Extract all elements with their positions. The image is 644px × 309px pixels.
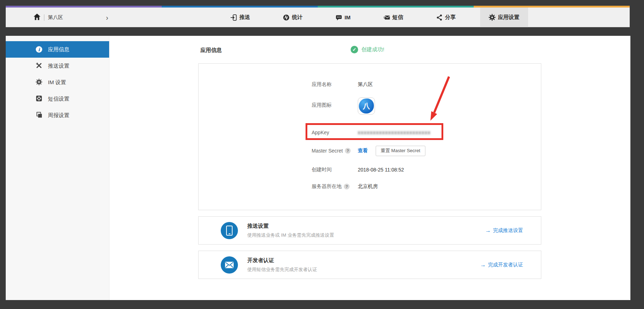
app-window: 第八区 › 推送 统计	[0, 0, 644, 309]
sidebar-item-sms-settings[interactable]: 短信设置	[6, 91, 109, 107]
sidebar-item-weekly-report-settings[interactable]: 周报设置	[6, 107, 109, 124]
tab-share[interactable]: 分享	[428, 8, 464, 27]
help-icon[interactable]: ?	[345, 148, 351, 154]
card-title: 开发者认证	[247, 257, 317, 264]
copy-icon	[36, 112, 42, 119]
im-chat-icon	[336, 14, 342, 21]
app-name-value: 第八区	[358, 81, 373, 88]
share-icon	[436, 14, 443, 21]
view-master-secret-link[interactable]: 查看	[358, 148, 368, 154]
sidebar: i 应用信息 推送设置	[6, 36, 109, 300]
app-icon-label: 应用图标	[312, 102, 332, 108]
top-navbar: 第八区 › 推送 统计	[6, 6, 630, 27]
breadcrumb-divider	[44, 14, 44, 21]
appkey-value-redacted: xxxxxxxxxxxxxxxxxxxxxxxx	[358, 130, 431, 135]
phone-icon	[221, 222, 238, 239]
app-name-label: 应用名称	[312, 81, 332, 88]
sidebar-item-label: IM 设置	[48, 79, 66, 86]
server-location-label: 服务器所在地 ?	[312, 183, 350, 190]
master-secret-label-text: Master Secret	[312, 148, 343, 154]
reset-master-secret-button[interactable]: 重置 Master Secret	[376, 146, 425, 156]
master-secret-label: Master Secret ?	[312, 148, 351, 154]
tab-label: 应用设置	[498, 14, 519, 21]
card-description: 使用推送业务或 IM 业务需先完成推送设置	[247, 232, 334, 238]
push-icon	[230, 14, 237, 21]
sidebar-item-label: 应用信息	[48, 46, 69, 53]
created-time-value: 2018-08-25 11:08:52	[358, 167, 404, 173]
tab-label: IM	[345, 14, 351, 20]
developer-verification-card: 开发者认证 使用短信业务需先完成开发者认证 → 完成开发者认证	[198, 251, 541, 279]
app-logo: 八	[359, 98, 374, 114]
arrow-right-icon: →	[480, 262, 486, 268]
success-badge: ✓ 创建成功!	[351, 46, 384, 53]
card-title: 推送设置	[247, 223, 334, 230]
complete-push-setup-link[interactable]: → 完成推送设置	[485, 227, 523, 234]
server-location-label-text: 服务器所在地	[312, 183, 342, 190]
app-icon-image: 八	[358, 97, 375, 115]
tab-label: 分享	[445, 14, 456, 21]
tab-im[interactable]: IM	[327, 8, 359, 27]
arrow-right-icon: →	[485, 227, 491, 234]
chevron-right-icon[interactable]: ›	[106, 14, 108, 21]
breadcrumb-app-name[interactable]: 第八区	[48, 14, 63, 21]
sms-icon	[384, 14, 390, 21]
appkey-label: AppKey	[312, 130, 329, 135]
mail-icon	[221, 256, 238, 274]
home-icon[interactable]	[34, 14, 40, 21]
gear-icon	[36, 79, 42, 86]
check-circle-icon: ✓	[351, 46, 358, 53]
success-text: 创建成功!	[361, 46, 384, 53]
link-label: 完成推送设置	[493, 227, 523, 234]
annotation-arrow-icon	[420, 74, 460, 124]
sidebar-item-im-settings[interactable]: IM 设置	[6, 74, 109, 91]
info-icon: i	[36, 46, 42, 53]
tab-stats[interactable]: 统计	[274, 8, 311, 27]
stats-icon	[283, 14, 289, 21]
tab-label: 统计	[292, 14, 303, 21]
sms-gear-icon	[36, 95, 42, 103]
help-icon[interactable]: ?	[344, 184, 350, 189]
nav-tabs: 推送 统计 IM	[222, 8, 528, 27]
sidebar-item-push-settings[interactable]: 推送设置	[6, 58, 109, 74]
sidebar-item-app-info[interactable]: i 应用信息	[6, 41, 109, 58]
page-title: 应用信息	[200, 47, 222, 54]
server-location-value: 北京机房	[358, 183, 378, 190]
sidebar-item-label: 短信设置	[48, 96, 69, 102]
complete-developer-verification-link[interactable]: → 完成开发者认证	[480, 262, 523, 268]
app-icon-value: 八	[358, 97, 375, 115]
tab-label: 推送	[239, 14, 250, 21]
card-description: 使用短信业务需先完成开发者认证	[247, 266, 317, 273]
created-time-label: 创建时间	[312, 166, 332, 173]
sidebar-item-label: 周报设置	[48, 112, 69, 119]
sidebar-item-label: 推送设置	[48, 63, 69, 69]
content-area: i 应用信息 推送设置	[6, 36, 630, 300]
push-setup-card: 推送设置 使用推送业务或 IM 业务需先完成推送设置 → 完成推送设置	[198, 216, 541, 245]
tab-sms[interactable]: 短信	[375, 8, 412, 27]
app-info-panel: 应用名称 第八区 应用图标 八 AppKey xxxxxxxxxxxxxxxxx…	[198, 63, 541, 210]
breadcrumb: 第八区 ›	[34, 8, 108, 27]
tools-icon	[36, 62, 42, 70]
tab-app-settings[interactable]: 应用设置	[480, 8, 528, 27]
tab-push[interactable]: 推送	[222, 8, 259, 27]
tab-label: 短信	[392, 14, 403, 21]
gear-icon	[489, 14, 496, 21]
link-label: 完成开发者认证	[488, 262, 523, 268]
